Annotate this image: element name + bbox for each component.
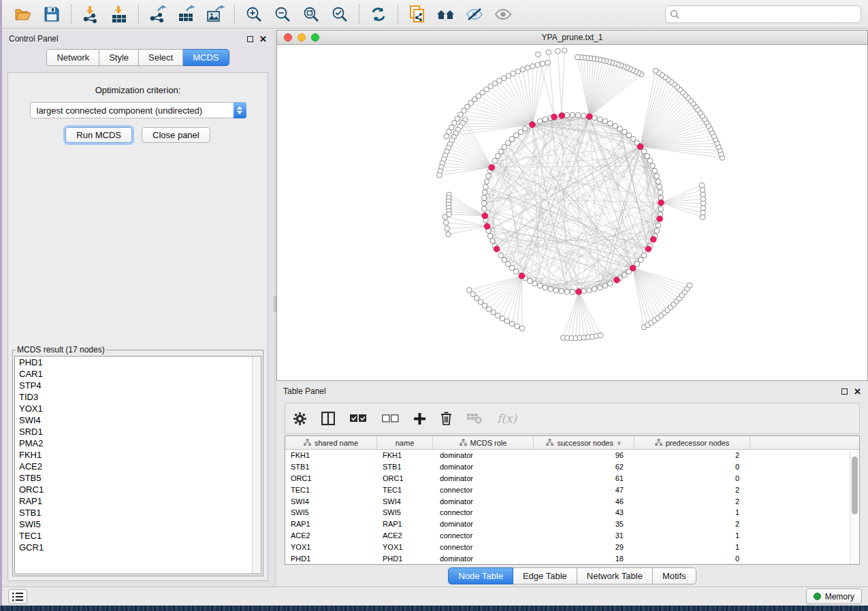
graph-node[interactable] bbox=[523, 126, 528, 131]
graph-node[interactable] bbox=[575, 54, 581, 60]
column-header-successor-nodes[interactable]: successor nodes∨ bbox=[534, 436, 634, 449]
graph-node[interactable] bbox=[486, 174, 492, 179]
graph-node[interactable] bbox=[492, 159, 498, 164]
graph-node[interactable] bbox=[509, 265, 515, 271]
graph-node[interactable] bbox=[613, 123, 618, 129]
table-scrollbar[interactable] bbox=[850, 451, 858, 564]
zoom-out-icon[interactable] bbox=[271, 3, 294, 26]
graph-node[interactable] bbox=[498, 253, 504, 259]
graph-node[interactable] bbox=[576, 288, 582, 295]
graph-node[interactable] bbox=[482, 213, 488, 219]
graph-node[interactable] bbox=[530, 122, 536, 128]
graph-node[interactable] bbox=[602, 118, 608, 124]
graph-node[interactable] bbox=[481, 195, 487, 201]
graph-node[interactable] bbox=[515, 69, 521, 74]
memory-button[interactable]: Memory bbox=[806, 589, 862, 604]
mcds-result-item[interactable]: GCR1 bbox=[15, 542, 261, 553]
graph-node[interactable] bbox=[484, 223, 490, 229]
network-canvas[interactable] bbox=[277, 45, 867, 380]
tab-motifs[interactable]: Motifs bbox=[653, 567, 696, 584]
graph-node[interactable] bbox=[617, 126, 623, 131]
first-neighbors-icon[interactable] bbox=[434, 3, 457, 26]
graph-node[interactable] bbox=[495, 154, 500, 159]
graph-node[interactable] bbox=[638, 257, 643, 263]
graph-node[interactable] bbox=[575, 112, 581, 118]
table-row[interactable]: SWI4SWI4dominator462 bbox=[285, 495, 859, 507]
graph-node[interactable] bbox=[486, 307, 492, 312]
table-row[interactable]: YOX1YOX1connector291 bbox=[285, 541, 859, 552]
graph-node[interactable] bbox=[556, 48, 561, 54]
graph-node[interactable] bbox=[537, 283, 543, 288]
graph-node[interactable] bbox=[494, 246, 500, 252]
graph-node[interactable] bbox=[570, 112, 575, 118]
mcds-result-item[interactable]: STB1 bbox=[15, 507, 261, 518]
tab-edge-table[interactable]: Edge Table bbox=[513, 567, 577, 584]
graph-node[interactable] bbox=[653, 68, 658, 73]
graph-node[interactable] bbox=[509, 136, 515, 142]
mcds-result-item[interactable]: YOX1 bbox=[15, 403, 261, 414]
table-scrollbar-thumb[interactable] bbox=[852, 457, 858, 514]
graph-node[interactable] bbox=[614, 277, 620, 283]
open-file-icon[interactable] bbox=[12, 3, 35, 26]
graph-node[interactable] bbox=[490, 239, 496, 244]
graph-node[interactable] bbox=[597, 117, 602, 122]
zoom-selected-icon[interactable] bbox=[328, 3, 351, 26]
graph-node[interactable] bbox=[483, 184, 489, 190]
graph-node[interactable] bbox=[505, 140, 511, 146]
mcds-result-item[interactable]: STP4 bbox=[15, 380, 261, 391]
graph-node[interactable] bbox=[502, 257, 507, 263]
graph-node[interactable] bbox=[592, 115, 598, 120]
graph-node[interactable] bbox=[511, 71, 516, 76]
graph-node[interactable] bbox=[608, 281, 613, 286]
graph-node[interactable] bbox=[630, 265, 636, 271]
graph-node[interactable] bbox=[570, 289, 575, 295]
delete-column-trash-icon[interactable] bbox=[440, 412, 452, 425]
graph-node[interactable] bbox=[650, 237, 656, 243]
tab-mcds[interactable]: MCDS bbox=[183, 49, 229, 66]
graph-node[interactable] bbox=[500, 316, 505, 321]
graph-node[interactable] bbox=[540, 61, 545, 67]
graph-node[interactable] bbox=[543, 285, 548, 291]
table-settings-gear-icon[interactable] bbox=[293, 412, 306, 425]
import-table-icon[interactable] bbox=[108, 3, 131, 26]
graph-node[interactable] bbox=[650, 163, 656, 169]
graph-node[interactable] bbox=[525, 65, 530, 71]
table-row[interactable]: PHD1PHD1dominator180 bbox=[285, 552, 859, 564]
mcds-result-list[interactable]: PHD1CAR1STP4TID3YOX1SWI4SRD1PMA2FKH1ACE2… bbox=[14, 356, 261, 574]
graph-node[interactable] bbox=[645, 246, 652, 252]
graph-node[interactable] bbox=[587, 288, 592, 293]
graph-node[interactable] bbox=[656, 179, 661, 184]
graph-node[interactable] bbox=[537, 118, 543, 124]
graph-node[interactable] bbox=[564, 112, 570, 118]
mcds-result-item[interactable]: PMA2 bbox=[15, 437, 261, 449]
mcds-result-item[interactable]: TID3 bbox=[15, 391, 261, 403]
graph-node[interactable] bbox=[548, 286, 553, 292]
graph-node[interactable] bbox=[657, 216, 663, 222]
graph-node[interactable] bbox=[513, 269, 519, 274]
graph-node[interactable] bbox=[602, 283, 608, 288]
close-window-icon[interactable] bbox=[284, 33, 292, 42]
optimization-criterion-select[interactable]: largest connected component (undirected) bbox=[30, 102, 246, 118]
save-session-icon[interactable] bbox=[40, 3, 63, 26]
graph-node[interactable] bbox=[487, 233, 493, 239]
zoom-in-icon[interactable] bbox=[242, 3, 266, 26]
graph-node[interactable] bbox=[498, 149, 504, 154]
export-table-icon[interactable] bbox=[175, 3, 198, 26]
graph-node[interactable] bbox=[519, 273, 525, 279]
graph-node[interactable] bbox=[598, 333, 603, 338]
column-header-name[interactable]: name bbox=[377, 436, 433, 449]
mcds-list-scrollbar[interactable] bbox=[252, 357, 261, 574]
graph-node[interactable] bbox=[505, 261, 511, 267]
graph-node[interactable] bbox=[656, 223, 661, 229]
column-header-predecessor-nodes[interactable]: predecessor nodes bbox=[634, 436, 750, 449]
mcds-result-item[interactable]: STB5 bbox=[15, 472, 261, 484]
graph-node[interactable] bbox=[592, 286, 598, 292]
graph-node[interactable] bbox=[658, 200, 664, 206]
graph-node[interactable] bbox=[546, 50, 551, 55]
table-row[interactable]: FKH1FKH1dominator962 bbox=[285, 450, 859, 461]
graph-node[interactable] bbox=[626, 133, 632, 138]
minimize-window-icon[interactable] bbox=[298, 33, 306, 42]
table-row[interactable]: STB1STB1dominator620 bbox=[285, 461, 859, 473]
graph-node[interactable] bbox=[482, 303, 487, 308]
graph-node[interactable] bbox=[559, 113, 565, 119]
